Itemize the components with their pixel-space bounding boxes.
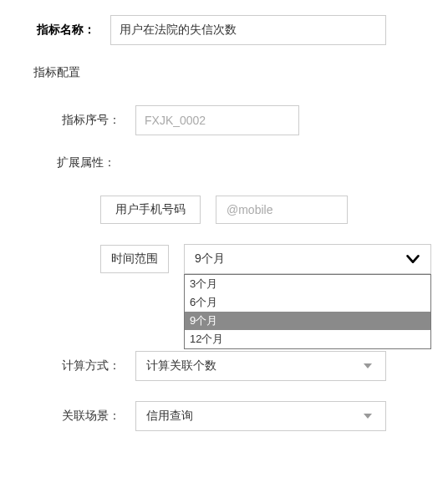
time-range-option[interactable]: 6个月 — [185, 293, 430, 312]
phone-field-value[interactable]: @mobile — [216, 196, 348, 224]
phone-field-label: 用户手机号码 — [115, 202, 186, 217]
time-range-value: 9个月 — [195, 252, 225, 267]
indicator-name-label: 指标名称： — [17, 23, 110, 38]
phone-field-label-box: 用户手机号码 — [100, 196, 201, 224]
indicator-name-input[interactable] — [110, 15, 386, 45]
calc-method-select[interactable]: 计算关联个数 — [135, 351, 386, 381]
calc-method-value: 计算关联个数 — [146, 358, 216, 373]
time-range-label-box: 时间范围 — [100, 245, 169, 273]
chevron-down-icon — [364, 363, 372, 368]
config-section-title: 指标配置 — [33, 65, 431, 80]
time-range-option[interactable]: 9个月 — [185, 312, 430, 330]
chevron-down-icon — [364, 414, 372, 419]
time-range-dropdown[interactable]: 3个月6个月9个月12个月 — [184, 274, 431, 349]
scene-value: 信用查询 — [146, 409, 193, 424]
calc-method-label: 计算方式： — [17, 358, 135, 373]
scene-select[interactable]: 信用查询 — [135, 401, 386, 431]
extended-attributes-label: 扩展属性： — [57, 155, 431, 170]
serial-number-input[interactable] — [135, 105, 299, 135]
time-range-option[interactable]: 3个月 — [185, 275, 430, 293]
serial-number-label: 指标序号： — [17, 113, 135, 128]
time-range-label: 时间范围 — [111, 252, 158, 267]
scene-label: 关联场景： — [17, 409, 135, 424]
chevron-down-icon — [404, 250, 422, 268]
time-range-option[interactable]: 12个月 — [185, 330, 430, 348]
time-range-select[interactable]: 9个月 — [184, 244, 431, 274]
